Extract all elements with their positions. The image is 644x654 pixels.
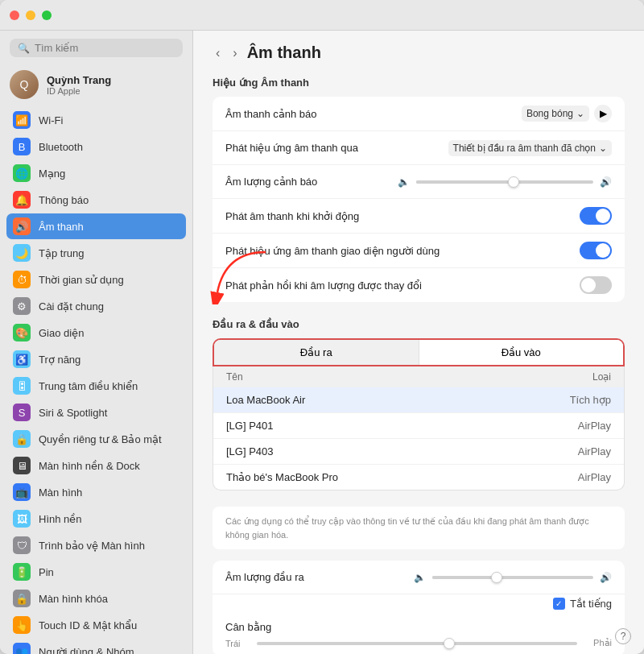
nav-forward-button[interactable]: › [229, 44, 240, 62]
maximize-button[interactable] [42, 10, 52, 20]
sidebar-item-label-thoigian: Thời gian sử dụng [39, 274, 124, 286]
sidebar-item-amthanh[interactable]: 🔊Âm thanh [6, 213, 186, 239]
sidebar-item-label-taptrung: Tập trung [39, 247, 84, 259]
table-rows: Loa MacBook Air Tích hợp [LG] P401 AirPl… [213, 387, 625, 490]
tabs-container: Đầu ra Đầu vào [213, 338, 625, 366]
touchid-icon: 👆 [13, 616, 31, 634]
volume-high-icon: 🔊 [600, 176, 612, 188]
siri-icon: S [13, 404, 31, 421]
volume-low-icon: 🔈 [398, 176, 410, 188]
sidebar-item-giaodien[interactable]: 🎨Giao diện [6, 320, 186, 346]
manhinh-icon: 📺 [13, 483, 31, 501]
balance-control: Trái Phải [225, 638, 612, 648]
wifi-icon: 📶 [13, 111, 31, 129]
row-phat-hieuung: Phát hiệu ứng âm thanh qua Thiết bị đầu … [213, 131, 625, 165]
row-phan-hoi: Phát phản hồi khi âm lượng được thay đổi [213, 268, 625, 302]
checkbox-tattieng[interactable]: ✓ [553, 598, 565, 610]
dropdown-amthanh-canhbao[interactable]: Bong bóng ⌄ [522, 106, 589, 122]
sidebar-item-manhinh[interactable]: 📺Màn hình [6, 479, 186, 505]
search-input[interactable] [35, 42, 175, 54]
sidebar: 🔍 Q Quỳnh Trang ID Apple 📶Wi-FiBBluetoot… [0, 31, 193, 654]
toggle-phan-hoi[interactable] [580, 276, 612, 294]
tab-section: Đầu ra Đầu vào Tên Loại Loa MacBook Air … [213, 338, 625, 490]
pin-icon: 🔋 [13, 563, 31, 581]
toggle-phat-khoidong[interactable] [580, 207, 612, 225]
avatar: Q [10, 70, 39, 99]
nav-back-button[interactable]: ‹ [213, 44, 223, 62]
sidebar-item-thongbao[interactable]: 🔔Thông báo [6, 187, 186, 213]
main-layout: 🔍 Q Quỳnh Trang ID Apple 📶Wi-FiBBluetoot… [0, 31, 644, 654]
sidebar-item-label-pin: Pin [39, 566, 54, 578]
content-header: ‹ › Âm thanh [213, 43, 625, 62]
search-bar: 🔍 [0, 31, 192, 65]
row-type-3: AirPlay [578, 471, 611, 483]
search-icon: 🔍 [18, 43, 30, 54]
sidebar-item-label-caidat: Cài đặt chung [39, 300, 104, 313]
volume-slider-daura[interactable] [432, 576, 593, 579]
sidebar-item-trungtam[interactable]: 🎛Trung tâm điều khiển [6, 373, 186, 399]
dropdown-value2: Thiết bị đầu ra âm thanh đã chọn [453, 143, 596, 154]
sidebar-item-label-hinhnenhnen: Hình nền [39, 513, 82, 525]
close-button[interactable] [10, 10, 19, 20]
trinbao-icon: 🛡 [13, 536, 31, 554]
table-row[interactable]: Thảo bé's MacBook Pro AirPlay [213, 465, 624, 490]
sidebar-item-hinhnenhnen[interactable]: 🖼Hình nền [6, 506, 186, 532]
col-ten: Tên [226, 371, 243, 383]
search-wrap: 🔍 [10, 39, 183, 57]
sidebar-item-mannenhnen[interactable]: 🖥Màn hình nền & Dock [6, 453, 186, 478]
sidebar-item-touchid[interactable]: 👆Touch ID & Mật khẩu [6, 612, 186, 638]
table-row[interactable]: Loa MacBook Air Tích hợp [213, 387, 624, 413]
sidebar-item-manhinhkhoa[interactable]: 🔒Màn hình khóa [6, 586, 186, 611]
page-title: Âm thanh [247, 43, 321, 62]
sidebar-list: 📶Wi-FiBBluetooth🌐Mạng🔔Thông báo🔊Âm thanh… [0, 107, 192, 654]
label-phai: Phải [593, 638, 612, 648]
tab-daura[interactable]: Đầu ra [214, 340, 419, 365]
row-type-1: AirPlay [578, 420, 611, 432]
minimize-button[interactable] [26, 10, 35, 20]
title-bar [0, 0, 644, 31]
trungtam-icon: 🎛 [13, 377, 31, 395]
sidebar-item-bluetooth[interactable]: BBluetooth [6, 134, 186, 159]
row-type-2: AirPlay [578, 445, 611, 457]
table-row[interactable]: [LG] P403 AirPlay [213, 439, 624, 465]
balance-slider[interactable] [257, 642, 578, 645]
sidebar-item-thoigian[interactable]: ⏱Thời gian sử dụng [6, 267, 186, 292]
help-button[interactable]: ? [615, 628, 631, 644]
sidebar-item-caidat[interactable]: ⚙Cài đặt chung [6, 293, 186, 319]
sidebar-item-mang[interactable]: 🌐Mạng [6, 160, 186, 186]
sidebar-item-label-manhinh: Màn hình [39, 486, 82, 499]
volume-high-icon2: 🔊 [600, 572, 612, 583]
sidebar-item-wifi[interactable]: 📶Wi-Fi [6, 107, 186, 133]
row-name-0: Loa MacBook Air [226, 394, 305, 406]
row-amthanh-canhbao: Âm thanh cảnh báo Bong bóng ⌄ ▶ [213, 97, 625, 131]
label-phat-hieuung: Phát hiệu ứng âm thanh qua [225, 142, 358, 154]
section-hieuung-title: Hiệu ứng Âm thanh [213, 77, 625, 89]
thongbao-icon: 🔔 [13, 191, 31, 209]
mang-icon: 🌐 [13, 164, 31, 182]
sidebar-item-tronang[interactable]: ♿Trợ năng [6, 346, 186, 372]
table-row[interactable]: [LG] P401 AirPlay [213, 413, 624, 439]
toggle-phat-giaodien[interactable] [580, 242, 612, 259]
dropdown-phat-hieuung[interactable]: Thiết bị đầu ra âm thanh đã chọn ⌄ [448, 140, 612, 156]
sidebar-item-label-wifi: Wi-Fi [39, 114, 63, 126]
sidebar-item-label-nguoidung: Người dùng & Nhóm [39, 646, 134, 655]
user-section[interactable]: Q Quỳnh Trang ID Apple [0, 65, 192, 107]
section-dauravao-title: Đầu ra & đầu vào [213, 318, 625, 330]
sidebar-item-label-touchid: Touch ID & Mật khẩu [39, 619, 137, 631]
volume-slider-canhbao[interactable] [416, 180, 593, 184]
manhinhkhoa-icon: 🔒 [13, 590, 31, 607]
play-button[interactable]: ▶ [594, 105, 612, 122]
sidebar-item-label-giaodien: Giao diện [39, 327, 84, 339]
sidebar-item-trinbao[interactable]: 🛡Trình bảo vệ Màn hình [6, 532, 186, 558]
sidebar-item-nguoidung[interactable]: 👥Người dùng & Nhóm [6, 639, 186, 654]
sidebar-item-pin[interactable]: 🔋Pin [6, 559, 186, 585]
user-sub: ID Apple [47, 86, 111, 96]
sidebar-item-label-trungtam: Trung tâm điều khiển [39, 380, 138, 392]
tab-dauvao[interactable]: Đầu vào [419, 340, 624, 365]
row-name-3: Thảo bé's MacBook Pro [226, 471, 338, 483]
label-amlucong-daura: Âm lượng đầu ra [225, 571, 304, 583]
sidebar-item-quyen[interactable]: 🔒Quyền riêng tư & Bảo mật [6, 426, 186, 452]
sidebar-item-taptrung[interactable]: 🌙Tập trung [6, 240, 186, 266]
sidebar-item-siri[interactable]: SSiri & Spotlight [6, 399, 186, 425]
user-name: Quỳnh Trang [47, 74, 111, 86]
